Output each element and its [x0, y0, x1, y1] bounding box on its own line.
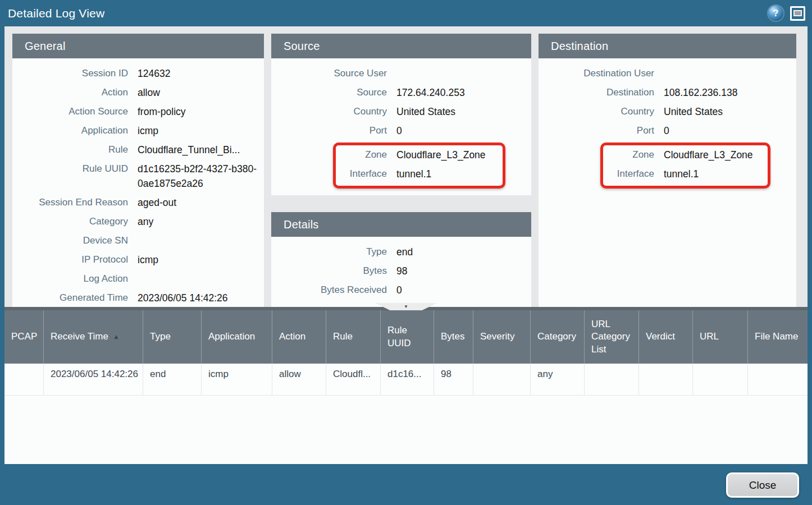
- titlebar: Detailed Log View ?: [0, 0, 812, 26]
- question-mark-glyph: ?: [773, 8, 779, 19]
- field-row: Source 172.64.240.253: [271, 85, 531, 100]
- field-value: from-policy: [138, 104, 264, 119]
- field-row: Application icmp: [12, 123, 264, 138]
- field-label: IP Protocol: [12, 252, 128, 267]
- field-row: IP Protocol icmp: [12, 252, 264, 267]
- destination-fields: Destination User Destination 108.162.236…: [539, 66, 796, 138]
- column-header-label: URL: [700, 330, 719, 343]
- collapse-down-icon: ▼: [404, 305, 408, 309]
- cell-verdict: [639, 364, 693, 396]
- field-label: Source: [271, 85, 387, 100]
- source-fields: Source User Source 172.64.240.253 Countr…: [271, 66, 531, 138]
- field-label: Zone: [603, 148, 654, 162]
- help-icon[interactable]: ?: [768, 6, 783, 21]
- field-label: Category: [12, 214, 128, 229]
- field-label: Source User: [271, 66, 387, 81]
- field-row: Country United States: [271, 104, 531, 119]
- field-label: Application: [12, 123, 128, 138]
- column-header-label: Rule UUID: [387, 324, 429, 350]
- column-header-label: Bytes: [441, 330, 465, 343]
- splitter: ▼: [4, 307, 808, 310]
- column-header[interactable]: Bytes ▲: [434, 310, 473, 364]
- field-label: Session ID: [12, 66, 128, 81]
- field-label: Country: [271, 104, 387, 119]
- column-header[interactable]: Action ▲: [272, 310, 326, 364]
- field-label: Interface: [336, 167, 387, 181]
- field-label: Zone: [336, 148, 387, 162]
- column-header-label: File Name: [755, 330, 798, 343]
- source-panel: Source Source User Source 172.64.240.253: [271, 34, 531, 195]
- column-header[interactable]: Severity ▲: [473, 310, 531, 364]
- column-header[interactable]: File Name ▲: [748, 310, 808, 364]
- general-panel: General Session ID 124632 Action allow A…: [12, 34, 264, 307]
- field-label: Action Source: [12, 104, 128, 119]
- column-header[interactable]: Verdict ▲: [639, 310, 693, 364]
- field-value: allow: [138, 85, 264, 100]
- field-label: Interface: [603, 167, 654, 181]
- column-header[interactable]: Type ▲: [143, 310, 202, 364]
- field-value: icmp: [138, 123, 264, 138]
- field-row: Rule UUID d1c16235-b2f2-4327-b380-0ae187…: [12, 162, 264, 191]
- column-header[interactable]: URL Category List ▲: [585, 310, 639, 364]
- field-value: d1c16235-b2f2-4327-b380-0ae1875e2a26: [138, 162, 264, 191]
- field-value: Cloudflare_Tunnel_Bi...: [138, 143, 264, 157]
- field-value: Cloudflare_L3_Zone: [396, 148, 503, 162]
- field-row: Action Source from-policy: [12, 104, 264, 119]
- close-button[interactable]: Close: [726, 472, 799, 498]
- general-fields: Session ID 124632 Action allow Action So…: [12, 58, 264, 307]
- cell-action: allow: [272, 364, 326, 396]
- field-row: Zone Cloudflare_L3_Zone: [336, 148, 503, 162]
- details-panel-header: Details: [271, 212, 531, 237]
- cell-url-category-list: [585, 364, 639, 396]
- field-row: Interface tunnel.1: [603, 167, 768, 181]
- table-row[interactable]: 2023/06/05 14:42:26 end icmp allow Cloud…: [4, 364, 808, 396]
- cell-url: [693, 364, 748, 396]
- field-value: 0: [396, 283, 531, 297]
- source-zone-highlight-box: Zone Cloudflare_L3_Zone Interface tunnel…: [333, 143, 505, 189]
- column-header-label: URL Category List: [591, 318, 634, 356]
- column-header[interactable]: Application ▲: [202, 310, 272, 364]
- field-row: Bytes Received 0: [271, 283, 531, 297]
- field-row: Category any: [12, 214, 264, 229]
- field-label: Bytes: [271, 264, 387, 278]
- field-label: Device SN: [12, 233, 128, 248]
- restore-window-icon[interactable]: [790, 6, 805, 21]
- field-label: Destination: [539, 85, 654, 100]
- log-detail-panels: General Session ID 124632 Action allow A…: [4, 26, 808, 307]
- field-row: Bytes 98: [271, 264, 531, 278]
- column-header[interactable]: Rule UUID ▲: [381, 310, 434, 364]
- details-fields: Type end Bytes 98 Bytes Received 0: [271, 237, 531, 307]
- splitter-handle[interactable]: ▼: [375, 303, 437, 310]
- cell-application: icmp: [202, 364, 272, 396]
- field-row: Type end: [271, 245, 531, 259]
- field-row: Source User: [271, 66, 531, 81]
- column-header-label: Verdict: [646, 330, 675, 343]
- column-header[interactable]: Rule ▲: [326, 310, 381, 364]
- field-value: 124632: [138, 66, 264, 81]
- field-row: Rule Cloudflare_Tunnel_Bi...: [12, 143, 264, 157]
- column-header-label: Type: [150, 330, 171, 343]
- field-label: Action: [12, 85, 128, 100]
- cell-category: any: [531, 364, 585, 396]
- field-value: 98: [396, 264, 531, 278]
- source-details-column: Source Source User Source 172.64.240.253: [271, 34, 531, 307]
- details-panel: Details Type end Bytes 98 Bytes Received: [271, 212, 531, 307]
- field-value: 2023/06/05 14:42:26: [138, 291, 264, 305]
- field-row: Interface tunnel.1: [336, 167, 503, 181]
- field-row: Generated Time 2023/06/05 14:42:26: [12, 291, 264, 305]
- cell-file-name: [748, 364, 808, 396]
- column-header-label: Receive Time: [51, 330, 108, 343]
- column-header[interactable]: URL ▲: [693, 310, 748, 364]
- column-header-label: Rule: [333, 330, 353, 343]
- field-value: 0: [396, 123, 531, 138]
- column-header[interactable]: Category ▲: [531, 310, 585, 364]
- log-table-body: 2023/06/05 14:42:26 end icmp allow Cloud…: [4, 364, 808, 464]
- log-table: PCAP ▲ Receive Time ▲ Type ▲ Application…: [4, 310, 808, 464]
- field-value: end: [396, 245, 531, 259]
- field-label: Session End Reason: [12, 195, 128, 210]
- column-header[interactable]: Receive Time ▲: [44, 310, 143, 364]
- field-value: United States: [664, 104, 796, 119]
- column-header[interactable]: PCAP ▲: [4, 310, 44, 364]
- field-row: Device SN: [12, 233, 264, 248]
- column-header-label: Category: [537, 330, 576, 343]
